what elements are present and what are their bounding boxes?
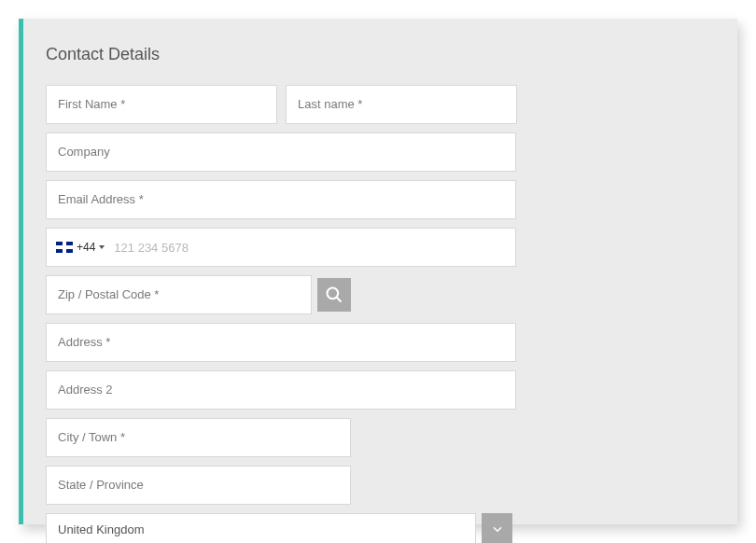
svg-point-0 [328,288,339,299]
country-selected-value: United Kingdom [46,513,476,543]
zip-search-button[interactable] [317,278,351,312]
email-input[interactable] [46,180,516,219]
city-input[interactable] [46,418,351,457]
country-select[interactable]: United Kingdom [46,513,512,543]
phone-input-group: +44 [46,228,516,267]
state-input[interactable] [46,466,351,505]
company-input[interactable] [46,132,516,172]
svg-line-1 [337,298,342,302]
country-dropdown-button[interactable] [482,513,512,543]
zip-input[interactable] [46,275,312,314]
uk-flag-icon [56,242,73,253]
address1-input[interactable] [46,323,516,362]
search-icon [325,285,343,304]
dial-code[interactable]: +44 [77,241,95,254]
phone-number-input[interactable] [114,229,506,266]
chevron-down-icon [491,522,504,536]
panel-heading: Contact Details [46,45,715,64]
first-name-input[interactable] [46,85,277,124]
address2-input[interactable] [46,370,516,410]
contact-details-panel: Contact Details +44 [19,19,737,524]
chevron-down-icon[interactable] [99,245,105,249]
last-name-input[interactable] [286,85,517,124]
